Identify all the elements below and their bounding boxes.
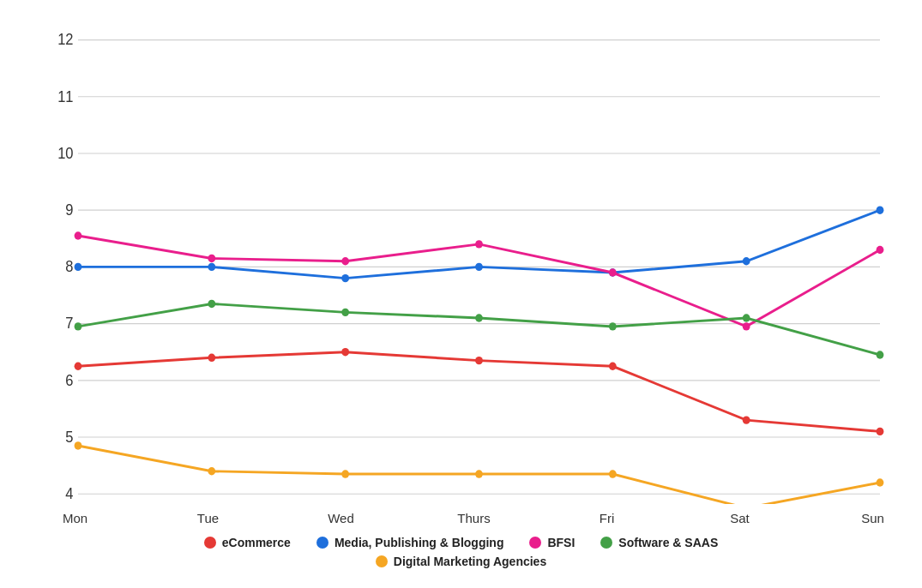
- legend-label: eCommerce: [222, 536, 291, 549]
- series-dot: [74, 263, 81, 271]
- svg-text:10: 10: [57, 145, 73, 162]
- series-dot: [475, 470, 483, 477]
- legend-item: eCommerce: [204, 536, 291, 549]
- series-dot: [742, 257, 750, 265]
- series-dot: [208, 467, 215, 475]
- series-dot: [74, 363, 81, 370]
- chart-svg: 121110987654: [50, 20, 899, 504]
- svg-text:9: 9: [65, 202, 73, 219]
- series-line: [78, 236, 880, 327]
- series-dot: [608, 322, 616, 330]
- series-dot: [208, 255, 215, 262]
- series-dot: [208, 263, 215, 271]
- series-dot: [341, 470, 349, 477]
- legend-dot: [529, 537, 541, 549]
- legend-label: Media, Publishing & Blogging: [334, 536, 504, 549]
- legend-row: eCommerceMedia, Publishing & BloggingBFS…: [204, 536, 719, 549]
- svg-text:5: 5: [65, 429, 73, 446]
- series-dot: [876, 351, 883, 358]
- series-dot: [475, 240, 483, 248]
- chart-area: 121110987654 MonTueWedThursFriSatSun: [24, 20, 899, 525]
- legend-label: BFSI: [547, 536, 575, 549]
- legend-item: Digital Marketing Agencies: [376, 555, 546, 568]
- series-dot: [208, 354, 215, 362]
- x-axis-label: Mon: [50, 511, 101, 525]
- svg-text:7: 7: [65, 315, 73, 333]
- legend-dot: [600, 537, 612, 549]
- series-dot: [341, 257, 349, 265]
- series-dot: [876, 478, 883, 486]
- series-dot: [475, 357, 483, 364]
- legend-dot: [204, 537, 216, 549]
- series-dot: [74, 322, 81, 330]
- series-dot: [475, 263, 483, 271]
- legend-item: Software & SAAS: [600, 536, 718, 549]
- chart-inner: 121110987654 MonTueWedThursFriSatSun: [50, 20, 899, 525]
- x-axis-label: Tue: [183, 511, 234, 525]
- x-axis-label: Fri: [582, 511, 633, 525]
- grid-and-lines: 121110987654: [50, 20, 899, 504]
- legend-dot: [376, 555, 388, 567]
- svg-text:12: 12: [57, 32, 73, 49]
- legend-label: Software & SAAS: [618, 536, 718, 549]
- series-dot: [608, 268, 616, 276]
- x-axis: MonTueWedThursFriSatSun: [50, 504, 899, 525]
- legend-label: Digital Marketing Agencies: [394, 555, 546, 568]
- series-dot: [341, 274, 349, 282]
- legend-dot: [316, 537, 328, 549]
- series-dot: [742, 314, 750, 321]
- svg-text:8: 8: [65, 259, 73, 276]
- legend-item: Media, Publishing & Blogging: [316, 536, 504, 549]
- series-dot: [74, 231, 81, 239]
- legend-row: Digital Marketing Agencies: [376, 555, 546, 568]
- series-dot: [742, 322, 750, 330]
- series-dot: [876, 246, 883, 254]
- x-axis-label: Sat: [714, 511, 766, 525]
- y-axis-label: [24, 20, 50, 525]
- legend: eCommerceMedia, Publishing & BloggingBFS…: [24, 536, 899, 568]
- series-line: [78, 303, 880, 355]
- x-axis-label: Sun: [847, 511, 899, 525]
- series-dot: [608, 363, 616, 370]
- legend-item: BFSI: [529, 536, 575, 549]
- x-axis-label: Wed: [316, 511, 367, 525]
- svg-text:6: 6: [65, 372, 73, 389]
- series-dot: [74, 441, 81, 449]
- x-axis-label: Thurs: [449, 511, 500, 525]
- svg-text:11: 11: [57, 88, 73, 105]
- series-dot: [341, 348, 349, 356]
- series-dot: [341, 309, 349, 316]
- series-dot: [608, 470, 616, 477]
- series-dot: [475, 314, 483, 321]
- series-dot: [742, 416, 750, 423]
- series-dot: [876, 428, 883, 435]
- chart-container: 121110987654 MonTueWedThursFriSatSun eCo…: [24, 20, 899, 568]
- series-dot: [208, 300, 215, 308]
- svg-text:4: 4: [65, 486, 73, 503]
- series-dot: [876, 206, 883, 213]
